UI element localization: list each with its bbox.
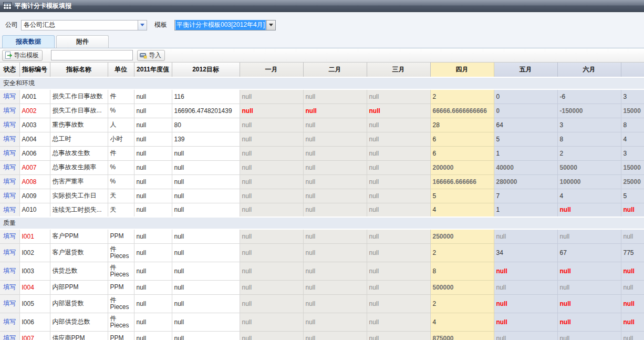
month-value-cell: null — [621, 262, 644, 280]
fill-in-link[interactable]: 填写 — [3, 300, 16, 307]
month-value-cell: null — [557, 280, 621, 294]
fill-in-link[interactable]: 填写 — [3, 334, 16, 340]
month-value-cell: 100000 — [557, 174, 621, 189]
import-button[interactable]: 导入 — [137, 50, 165, 61]
month-value-cell: null — [303, 132, 367, 146]
month-value-cell: null — [367, 203, 430, 217]
fill-in-link[interactable]: 填写 — [3, 135, 16, 142]
month-value-cell: 3 — [621, 89, 644, 104]
month-value-cell: null — [240, 203, 303, 217]
month-value-cell: 2 — [430, 243, 494, 262]
target-2012-cell: 139 — [172, 132, 240, 146]
dropdown-arrow-icon[interactable] — [266, 20, 275, 30]
month-value-cell: null — [240, 229, 303, 243]
fill-in-link[interactable]: 填写 — [3, 318, 16, 325]
month-value-cell: null — [557, 203, 621, 217]
month-value-cell: null — [303, 160, 367, 174]
column-header-3[interactable]: 指标名称 — [50, 63, 108, 77]
month-value-cell: null — [303, 262, 367, 280]
target-2012-cell: null — [172, 160, 240, 174]
month-value-cell: null — [621, 331, 644, 340]
column-header-2[interactable]: 指标编号 — [19, 63, 50, 77]
month-value-cell: null — [367, 280, 430, 294]
month-value-cell: null — [303, 243, 367, 262]
column-header-6[interactable]: 2012目标 — [172, 63, 240, 77]
fill-in-link[interactable]: 填写 — [3, 249, 16, 256]
month-value-cell: null — [367, 146, 430, 160]
target-2012-cell: null — [172, 174, 240, 189]
target-2012-cell: null — [172, 313, 240, 331]
fill-in-link[interactable]: 填写 — [3, 178, 16, 185]
month-value-cell: null — [367, 243, 430, 262]
fill-in-link[interactable]: 填写 — [3, 283, 16, 291]
column-header-12[interactable]: 六月 — [557, 63, 621, 77]
indicator-code-cell: A004 — [19, 132, 50, 146]
column-header-7[interactable]: 一月 — [240, 63, 303, 77]
column-header-5[interactable]: 2011年度值 — [134, 63, 172, 77]
unit-cell: % — [108, 160, 134, 174]
value-2011-cell: null — [134, 331, 172, 340]
indicator-row: 填写I004内部PPMPPMnullnullnullnullnull500000… — [0, 280, 644, 294]
indicator-name-cell: 总事故发生数 — [50, 146, 108, 160]
export-template-label: 导出模板 — [14, 51, 39, 60]
month-value-cell: 67 — [557, 243, 621, 262]
column-header-11[interactable]: 五月 — [494, 63, 557, 77]
company-select[interactable]: 各公司汇总 — [21, 20, 147, 30]
target-2012-cell: null — [172, 146, 240, 160]
target-2012-cell: null — [172, 229, 240, 243]
month-value-cell: null — [303, 89, 367, 104]
indicator-row: 填写I007供应商PPMPPMnullnullnullnullnull87500… — [0, 331, 644, 340]
month-value-cell: 2 — [557, 146, 621, 160]
template-select[interactable]: 平衡计分卡模板003[2012年4月] — [174, 20, 276, 30]
month-value-cell: null — [621, 313, 644, 331]
tab-bar: 报表数据 附件 — [0, 35, 644, 48]
month-value-cell: null — [557, 262, 621, 280]
month-value-cell: 66666.6666666666 — [430, 104, 494, 118]
fill-in-link[interactable]: 填写 — [3, 92, 16, 100]
indicator-name-cell: 内部供货总数 — [50, 313, 108, 331]
unit-cell: % — [108, 174, 134, 189]
column-header-8[interactable]: 二月 — [303, 63, 367, 77]
fill-in-link[interactable]: 填写 — [3, 192, 16, 199]
month-value-cell: null — [367, 160, 430, 174]
tab-report-data[interactable]: 报表数据 — [2, 35, 55, 48]
fill-in-link[interactable]: 填写 — [3, 149, 16, 157]
indicator-name-cell: 实际损失工作日 — [50, 189, 108, 203]
unit-cell: 小时 — [108, 132, 134, 146]
tab-attachment[interactable]: 附件 — [56, 35, 109, 48]
status-cell: 填写 — [0, 146, 19, 160]
month-value-cell: 6 — [430, 146, 494, 160]
month-value-cell: 1 — [494, 146, 557, 160]
indicator-name-cell: 内部退货数 — [50, 294, 108, 313]
month-value-cell: null — [240, 313, 303, 331]
indicator-name-cell: 供应商PPM — [50, 331, 108, 340]
column-header-4[interactable]: 单位 — [108, 63, 134, 77]
month-value-cell: null — [557, 331, 621, 340]
column-header-9[interactable]: 三月 — [367, 63, 430, 77]
fill-in-link[interactable]: 填写 — [3, 232, 16, 240]
fill-in-link[interactable]: 填写 — [3, 121, 16, 128]
status-cell: 填写 — [0, 132, 19, 146]
fill-in-link[interactable]: 填写 — [3, 267, 16, 274]
fill-in-link[interactable]: 填写 — [3, 163, 16, 171]
column-header-10[interactable]: 四月 — [430, 63, 494, 77]
export-template-button[interactable]: 导出模板 — [2, 50, 43, 61]
month-value-cell: null — [240, 104, 303, 118]
column-header-13[interactable] — [621, 63, 644, 77]
target-2012-cell: null — [172, 262, 240, 280]
chevron-down-icon[interactable] — [138, 20, 147, 30]
column-header-1[interactable]: 状态 — [0, 63, 19, 77]
indicator-row: 填写A008伤害严重率%nullnullnullnullnull166666.6… — [0, 174, 644, 189]
status-cell: 填写 — [0, 294, 19, 313]
target-2012-cell: null — [172, 294, 240, 313]
month-value-cell: null — [367, 262, 430, 280]
month-value-cell: null — [621, 229, 644, 243]
indicator-name-cell: 总工时 — [50, 132, 108, 146]
month-value-cell: 3 — [621, 146, 644, 160]
import-file-input[interactable] — [51, 50, 133, 60]
template-label: 模板 — [154, 20, 167, 29]
fill-in-link[interactable]: 填写 — [3, 107, 16, 114]
group-row: 质量 — [0, 217, 644, 229]
month-value-cell: 64 — [494, 118, 557, 132]
fill-in-link[interactable]: 填写 — [3, 206, 16, 213]
